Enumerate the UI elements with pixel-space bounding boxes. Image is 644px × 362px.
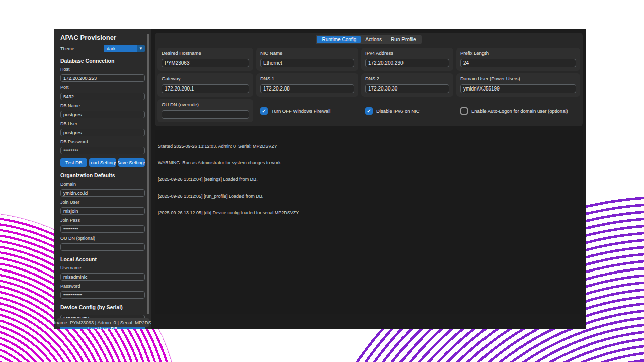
port-input[interactable] — [60, 93, 145, 100]
section-database-connection: Database Connection — [60, 58, 145, 64]
log-line: [2025-09-26 13:12:04] [settings] Loaded … — [158, 177, 580, 183]
field-domain: Domain — [60, 182, 145, 197]
checkbox-icon — [260, 107, 268, 115]
field-desired-hostname: Desired Hostname — [157, 48, 253, 71]
theme-label: Theme — [60, 46, 104, 51]
tab-actions[interactable]: Actions — [361, 36, 386, 43]
checkbox-turn-off-firewall[interactable]: Turn OFF Windows Firewall — [256, 99, 358, 122]
field-dns2: DNS 2 — [361, 73, 453, 97]
app-window: APAC Provisioner Theme dark ▼ Database C… — [54, 29, 586, 329]
gateway-input[interactable] — [162, 84, 249, 93]
domain-user-input[interactable] — [460, 84, 576, 93]
sidebar: APAC Provisioner Theme dark ▼ Database C… — [54, 29, 151, 329]
theme-row: Theme dark ▼ — [60, 45, 145, 52]
desired-hostname-label: Desired Hostname — [162, 50, 249, 56]
field-ou-dn-optional: OU DN (optional) — [60, 236, 145, 251]
checkbox-icon — [365, 107, 373, 115]
log-line: [2025-09-26 13:12:05] [run_profile] Load… — [158, 194, 580, 199]
host-label: Host — [60, 67, 145, 72]
chevron-down-icon[interactable]: ▼ — [137, 45, 145, 52]
dns2-label: DNS 2 — [365, 76, 449, 81]
host-input[interactable] — [60, 74, 145, 82]
port-label: Port — [60, 85, 145, 90]
log-line: Started 2025-09-26 13:12:03. Admin: 0 Se… — [158, 144, 580, 149]
join-user-label: Join User — [60, 200, 145, 205]
tab-runtime-config[interactable]: Runtime Config — [317, 36, 361, 43]
tab-run-profile[interactable]: Run Profile — [386, 36, 420, 43]
section-device-config: Device Config (by Serial) — [60, 304, 145, 310]
field-gateway: Gateway — [157, 73, 253, 97]
field-db-password: DB Password — [60, 139, 145, 154]
theme-dropdown[interactable]: dark ▼ — [104, 45, 145, 52]
db-password-label: DB Password — [60, 139, 145, 144]
username-label: Username — [60, 265, 145, 270]
tabbar: Runtime Config Actions Run Profile — [316, 35, 421, 44]
sidebar-scrollbar[interactable] — [147, 34, 149, 314]
checkbox-enable-autologon[interactable]: Enable Auto-Logon for domain user (optio… — [456, 99, 580, 122]
desired-hostname-input[interactable] — [162, 59, 249, 67]
checkbox-label: Enable Auto-Logon for domain user (optio… — [471, 108, 568, 114]
log-line: WARNING: Run as Administrator for system… — [158, 160, 580, 166]
join-user-input[interactable] — [60, 207, 145, 215]
gateway-label: Gateway — [162, 76, 249, 81]
field-dns1: DNS 1 — [256, 73, 358, 97]
db-password-input[interactable] — [60, 147, 145, 154]
checkbox-label: Disable IPv6 on NIC — [376, 108, 420, 114]
section-organization-defaults: Organization Defaults — [60, 172, 145, 178]
dns1-label: DNS 1 — [260, 76, 354, 81]
load-settings-button[interactable]: Load Settings — [89, 158, 116, 167]
join-pass-label: Join Pass — [60, 218, 145, 223]
log-output[interactable]: Started 2025-09-26 13:12:03. Admin: 0 Se… — [155, 130, 583, 314]
db-name-label: DB Name — [60, 103, 145, 108]
ou-dn-override-label: OU DN (override) — [162, 102, 249, 107]
db-buttons: Test DB Load Settings Save Settings — [60, 158, 145, 167]
field-password: Password — [60, 284, 145, 299]
dns1-input[interactable] — [260, 84, 354, 93]
domain-input[interactable] — [60, 189, 145, 197]
field-ou-dn-override: OU DN (override) — [157, 99, 253, 122]
domain-label: Domain — [60, 182, 145, 187]
field-ipv4-address: IPv4 Address — [361, 48, 453, 71]
nic-name-label: NIC Name — [260, 50, 354, 56]
checkbox-icon — [460, 107, 468, 115]
field-join-pass: Join Pass — [60, 218, 145, 233]
nic-name-input[interactable] — [260, 59, 354, 67]
username-input[interactable] — [60, 273, 145, 281]
field-username: Username — [60, 265, 145, 281]
domain-user-label: Domain User (Power Users) — [460, 76, 576, 81]
ou-dn-optional-label: OU DN (optional) — [60, 236, 145, 241]
field-domain-user: Domain User (Power Users) — [456, 73, 580, 97]
field-join-user: Join User — [60, 200, 145, 215]
status-badge: Hostname: PYM23063 | Admin: 0 | Serial: … — [57, 318, 149, 327]
main-area: Runtime Config Actions Run Profile Desir… — [151, 29, 586, 329]
field-port: Port — [60, 85, 145, 100]
theme-dropdown-value: dark — [104, 46, 137, 51]
dns2-input[interactable] — [365, 84, 449, 93]
runtime-form-grid: Desired Hostname NIC Name IPv4 Address P… — [157, 48, 580, 122]
field-host: Host — [60, 67, 145, 82]
ou-dn-optional-input[interactable] — [60, 243, 145, 251]
checkbox-disable-ipv6[interactable]: Disable IPv6 on NIC — [361, 99, 453, 122]
log-line: [2025-09-26 13:12:05] [db] Device config… — [158, 210, 580, 216]
checkbox-label: Turn OFF Windows Firewall — [271, 108, 330, 114]
field-db-user: DB User — [60, 121, 145, 136]
db-user-input[interactable] — [60, 129, 145, 136]
page-title: APAC Provisioner — [60, 34, 145, 41]
field-nic-name: NIC Name — [256, 48, 358, 71]
join-pass-input[interactable] — [60, 225, 145, 233]
prefix-length-input[interactable] — [460, 59, 576, 67]
password-label: Password — [60, 284, 145, 289]
section-local-account: Local Account — [60, 256, 145, 262]
ipv4-address-input[interactable] — [365, 59, 449, 67]
field-db-name: DB Name — [60, 103, 145, 118]
ou-dn-override-input[interactable] — [162, 110, 249, 119]
save-settings-button[interactable]: Save Settings — [118, 158, 145, 167]
db-name-input[interactable] — [60, 111, 145, 118]
ipv4-address-label: IPv4 Address — [365, 50, 449, 56]
field-prefix-length: Prefix Length — [456, 48, 580, 71]
test-db-button[interactable]: Test DB — [60, 158, 87, 167]
prefix-length-label: Prefix Length — [460, 50, 576, 56]
db-user-label: DB User — [60, 121, 145, 126]
password-input[interactable] — [60, 291, 145, 299]
runtime-config-panel: Runtime Config Actions Run Profile Desir… — [155, 33, 583, 126]
